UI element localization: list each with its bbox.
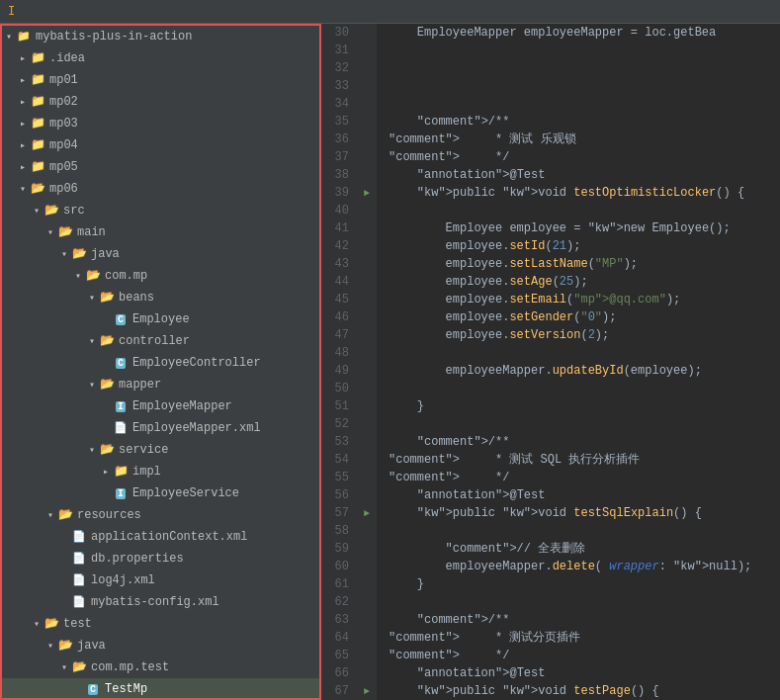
code-line[interactable] xyxy=(389,344,768,362)
tree-item-label: db.properties xyxy=(91,552,184,566)
code-line[interactable]: "comment">// 全表删除 xyxy=(389,540,768,558)
gutter-cell xyxy=(357,540,377,558)
tree-item-EmployeeController[interactable]: CEmployeeController xyxy=(2,352,319,374)
file-tree[interactable]: 📁mybatis-plus-in-action📁.idea📁mp01📁mp02📁… xyxy=(0,24,321,700)
tree-item-Employee[interactable]: CEmployee xyxy=(2,308,319,330)
code-line[interactable]: "annotation">@Test xyxy=(389,664,768,682)
code-line[interactable]: employee.setId(21); xyxy=(389,237,768,255)
tree-item-EmployeeMapper.xml[interactable]: 📄EmployeeMapper.xml xyxy=(2,417,319,439)
code-line[interactable]: "annotation">@Test xyxy=(389,486,768,504)
tree-item-label: EmployeeMapper.xml xyxy=(132,421,261,435)
tree-item-com.mp.test[interactable]: 📂com.mp.test xyxy=(2,656,319,678)
tree-item-src[interactable]: 📂src xyxy=(2,200,319,221)
line-number: 61 xyxy=(329,575,349,593)
tree-item-java2[interactable]: 📂java xyxy=(2,635,319,656)
tree-item-applicationContext.xml[interactable]: 📄applicationContext.xml xyxy=(2,526,319,548)
tree-item-label: java xyxy=(91,247,120,261)
code-line[interactable]: "comment"> * 测试 SQL 执行分析插件 xyxy=(389,451,768,469)
tree-item-TestMp[interactable]: CTestMp xyxy=(2,678,319,700)
code-content[interactable]: EmployeeMapper employeeMapper = loc.getB… xyxy=(377,24,780,700)
line-number: 43 xyxy=(329,255,349,273)
code-line[interactable]: employeeMapper.delete( wrapper: "kw">nul… xyxy=(389,558,768,575)
code-line[interactable] xyxy=(389,380,768,397)
tree-item-controller[interactable]: 📂controller xyxy=(2,330,319,352)
code-line[interactable]: employee.setAge(25); xyxy=(389,273,768,291)
tree-item-test[interactable]: 📂test xyxy=(2,613,319,635)
tree-item-EmployeeMapper[interactable]: IEmployeeMapper xyxy=(2,395,319,417)
tree-arrow xyxy=(30,618,43,630)
tree-item-beans[interactable]: 📂beans xyxy=(2,287,319,308)
tree-item-main[interactable]: 📂main xyxy=(2,221,319,243)
tree-item-EmployeeService[interactable]: IEmployeeService xyxy=(2,482,319,504)
code-line[interactable]: employee.setEmail("mp">@qq.com"); xyxy=(389,291,768,308)
code-line[interactable]: "comment"> * 测试分页插件 xyxy=(389,629,768,647)
code-line[interactable]: "kw">public "kw">void testSqlExplain() { xyxy=(389,504,768,522)
tree-item-mp03[interactable]: 📁mp03 xyxy=(2,113,319,134)
code-line[interactable] xyxy=(389,95,768,113)
tree-arrow xyxy=(43,640,57,652)
tree-item-mapper[interactable]: 📂mapper xyxy=(2,374,319,395)
gutter-cell xyxy=(357,433,377,451)
tree-item-service[interactable]: 📂service xyxy=(2,439,319,461)
tree-item-mp04[interactable]: 📁mp04 xyxy=(2,134,319,156)
gutter-cell: ► xyxy=(357,682,377,700)
code-line[interactable] xyxy=(389,522,768,540)
gutter-cell xyxy=(357,77,377,95)
tree-item-label: EmployeeController xyxy=(132,356,261,370)
gutter-cell: ► xyxy=(357,184,377,202)
code-line[interactable]: Employee employee = "kw">new Employee(); xyxy=(389,219,768,237)
code-line[interactable]: employee.setLastName("MP"); xyxy=(389,255,768,273)
code-line[interactable]: "kw">public "kw">void testOptimisticLock… xyxy=(389,184,768,202)
gutter-cell xyxy=(357,42,377,59)
code-line[interactable]: "comment">/** xyxy=(389,433,768,451)
tree-item-mp02[interactable]: 📁mp02 xyxy=(2,91,319,113)
code-line[interactable]: } xyxy=(389,575,768,593)
line-number: 53 xyxy=(329,433,349,451)
tree-item-mp06[interactable]: 📂mp06 xyxy=(2,178,319,200)
tree-item-resources[interactable]: 📂resources xyxy=(2,504,319,526)
code-line[interactable] xyxy=(389,202,768,219)
code-line[interactable] xyxy=(389,415,768,433)
code-line[interactable] xyxy=(389,77,768,95)
tree-item-com.mp[interactable]: 📂com.mp xyxy=(2,265,319,287)
code-line[interactable]: "comment">/** xyxy=(389,113,768,131)
gutter-cell xyxy=(357,380,377,397)
code-line[interactable]: "comment">/** xyxy=(389,611,768,629)
tree-item-mp01[interactable]: 📁mp01 xyxy=(2,69,319,91)
tree-item-label: mp02 xyxy=(49,95,78,109)
code-lines[interactable]: 3031323334353637383940414243444546474849… xyxy=(321,24,780,700)
main-content: 📁mybatis-plus-in-action📁.idea📁mp01📁mp02📁… xyxy=(0,24,780,700)
tree-item-label: impl xyxy=(132,465,161,479)
tree-item-mp05[interactable]: 📁mp05 xyxy=(2,156,319,178)
code-line[interactable]: "comment"> */ xyxy=(389,148,768,166)
code-line[interactable] xyxy=(389,59,768,77)
code-line[interactable]: employee.setGender("0"); xyxy=(389,308,768,326)
code-line[interactable]: } xyxy=(389,397,768,415)
gutter-cell xyxy=(357,611,377,629)
code-line[interactable]: employeeMapper.updateById(employee); xyxy=(389,362,768,380)
tree-item-db.properties[interactable]: 📄db.properties xyxy=(2,548,319,569)
tree-item-label: beans xyxy=(119,291,154,305)
code-line[interactable]: "annotation">@Test xyxy=(389,166,768,184)
code-line[interactable]: employee.setVersion(2); xyxy=(389,326,768,344)
tree-item-mybatis-config.xml[interactable]: 📄mybatis-config.xml xyxy=(2,591,319,613)
tree-item-idea[interactable]: 📁.idea xyxy=(2,47,319,69)
code-line[interactable]: "comment"> */ xyxy=(389,469,768,486)
tree-arrow xyxy=(2,31,16,43)
code-line[interactable]: "comment"> * 测试 乐观锁 xyxy=(389,131,768,148)
code-line[interactable]: EmployeeMapper employeeMapper = loc.getB… xyxy=(389,24,768,42)
tree-item-label: mp05 xyxy=(49,160,78,174)
gutter-cell xyxy=(357,664,377,682)
code-line[interactable]: "comment"> */ xyxy=(389,647,768,664)
gutter-cell xyxy=(357,451,377,469)
tree-item-root[interactable]: 📁mybatis-plus-in-action xyxy=(2,26,319,47)
tree-item-impl[interactable]: 📁impl xyxy=(2,461,319,482)
tree-arrow xyxy=(99,466,113,478)
tree-item-log4j.xml[interactable]: 📄log4j.xml xyxy=(2,569,319,591)
tree-item-java[interactable]: 📂java xyxy=(2,243,319,265)
folder-icon: 📁 xyxy=(30,50,45,66)
code-line[interactable] xyxy=(389,42,768,59)
code-line[interactable]: "kw">public "kw">void testPage() { xyxy=(389,682,768,700)
code-line[interactable] xyxy=(389,593,768,611)
tree-arrow xyxy=(85,444,99,456)
